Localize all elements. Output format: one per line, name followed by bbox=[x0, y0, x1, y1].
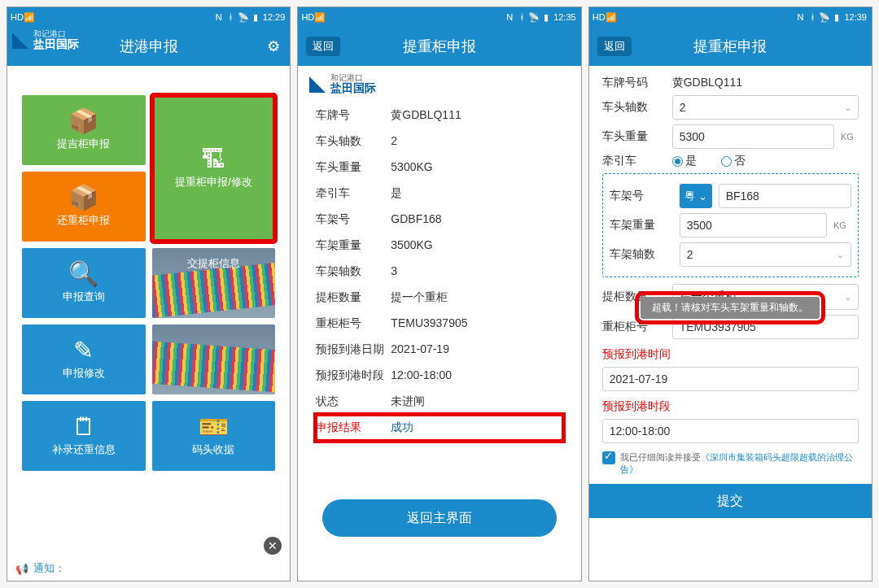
back-button[interactable]: 返回 bbox=[597, 37, 632, 56]
bluetooth-icon: ᚼ bbox=[226, 12, 236, 22]
tile-label: 申报查询 bbox=[63, 290, 105, 304]
page-title: 提重柜申报 bbox=[693, 37, 767, 56]
value: 3500KG bbox=[391, 238, 562, 253]
box-up-icon: 📦 bbox=[68, 109, 98, 133]
logo-text: 盐田国际 bbox=[33, 38, 79, 50]
tile-label: 补录还重信息 bbox=[52, 442, 116, 457]
value: 12:00-18:00 bbox=[391, 368, 562, 383]
logo-strip: 和记港口 盐田国际 bbox=[298, 66, 580, 99]
value: GDBF168 bbox=[391, 212, 562, 227]
chevron-down-icon: ⌄ bbox=[844, 102, 851, 113]
label: 车头轴数 bbox=[602, 100, 666, 115]
label: 车头重量 bbox=[602, 129, 666, 144]
label: 提柜数量 bbox=[316, 290, 391, 305]
logo-text: 盐田国际 bbox=[330, 82, 376, 94]
tile-huanzhonggui[interactable]: 📦 还重柜申报 bbox=[22, 172, 146, 242]
value: 未进闸 bbox=[391, 394, 562, 409]
tile-tijigui[interactable]: 📦 提吉柜申报 bbox=[22, 95, 146, 165]
titlebar: 返回 提重柜申报 bbox=[589, 27, 872, 66]
chevron-down-icon: ⌄ bbox=[698, 190, 707, 203]
label: 车架轴数 bbox=[316, 264, 391, 279]
unit: KG bbox=[833, 220, 851, 230]
wifi-icon: 📡 bbox=[238, 12, 248, 22]
edit-icon: ✎ bbox=[73, 338, 94, 363]
submit-button[interactable]: 提交 bbox=[589, 484, 872, 518]
radio-yes[interactable]: 是 bbox=[672, 154, 697, 168]
result-label: 申报结果 bbox=[316, 420, 391, 435]
eta-slot-input[interactable]: 12:00-18:00 bbox=[602, 419, 859, 443]
tile-matoushouju[interactable]: 🎫 码头收据 bbox=[152, 401, 276, 471]
home-button[interactable]: 返回主界面 bbox=[322, 499, 556, 537]
label: 重柜柜号 bbox=[316, 316, 391, 331]
axles-select[interactable]: 2⌄ bbox=[672, 95, 859, 120]
logo-icon bbox=[309, 76, 326, 93]
chassisax-select[interactable]: 2⌄ bbox=[680, 242, 851, 267]
battery-icon: ▮ bbox=[541, 12, 551, 22]
screen-detail: HD📶 Nᚼ📡▮12:35 返回 提重柜申报 和记港口 盐田国际 车牌号黄GDB… bbox=[297, 7, 581, 581]
chassiswt-input[interactable]: 3500 bbox=[680, 213, 827, 237]
tile-bulu[interactable]: 🗒 补录还重信息 bbox=[22, 401, 146, 471]
headwt-input[interactable]: 5300 bbox=[672, 124, 834, 149]
value: TEMU3937905 bbox=[391, 316, 562, 331]
tile-tizhonggui[interactable]: 🏗 提重柜申报/修改 bbox=[152, 95, 276, 242]
label: 车头轴数 bbox=[316, 134, 391, 149]
value: 3 bbox=[391, 264, 562, 279]
label: 车架重量 bbox=[316, 238, 391, 253]
nfc-icon: N bbox=[214, 12, 224, 22]
logo-icon bbox=[12, 33, 28, 49]
bluetooth-icon: ᚼ bbox=[517, 12, 527, 22]
value: 2 bbox=[680, 101, 686, 114]
value: 提一个重柜 bbox=[391, 290, 562, 305]
search-icon: 🔍 bbox=[68, 262, 98, 286]
label: 预报到港时段 bbox=[316, 368, 391, 383]
notify-label: 通知： bbox=[33, 561, 65, 576]
tile-label: 申报修改 bbox=[63, 366, 105, 381]
label: 牵引车 bbox=[602, 154, 666, 168]
tile-label: 码头收据 bbox=[192, 442, 234, 457]
tile-label: 交提柜信息 bbox=[152, 256, 276, 271]
tile-modify[interactable]: ✎ 申报修改 bbox=[22, 324, 146, 394]
tile-info[interactable]: 交提柜信息 bbox=[152, 248, 276, 318]
close-icon[interactable]: ✕ bbox=[264, 537, 282, 555]
value: 2021-07-19 bbox=[610, 372, 668, 385]
container-icon: 🏗 bbox=[201, 147, 225, 172]
value: 粤 bbox=[684, 189, 695, 203]
screen-home: HD 📶 N ᚼ 📡 ▮ 12:29 和记港口 盐田国际 进港申报 ⚙ bbox=[7, 7, 291, 581]
chassis-group: 车架号 粤⌄ BF168 车架重量 3500 KG 车架轴数 2⌄ bbox=[602, 173, 859, 277]
gear-icon[interactable]: ⚙ bbox=[267, 37, 280, 55]
province-select[interactable]: 粤⌄ bbox=[680, 184, 712, 208]
nfc-icon: N bbox=[505, 12, 514, 22]
value: TEMU3937905 bbox=[680, 320, 756, 333]
hd-icon: HD bbox=[303, 12, 313, 22]
value: 黄GDBLQ111 bbox=[391, 108, 562, 123]
label: 预报到港日期 bbox=[316, 342, 391, 357]
overload-toast: 超载！请核对车头车架重量和轴数。 bbox=[641, 297, 820, 319]
bluetooth-icon: ᚼ bbox=[807, 12, 817, 22]
consent-checkbox[interactable] bbox=[602, 451, 615, 464]
tile-receipt-photo[interactable] bbox=[152, 324, 276, 394]
chassis-input[interactable]: BF168 bbox=[719, 184, 851, 208]
tile-label: 还重柜申报 bbox=[57, 213, 110, 228]
eta-slot-header: 预报到港时段 bbox=[602, 399, 859, 414]
eta-date-input[interactable]: 2021-07-19 bbox=[602, 367, 859, 391]
eta-date-header: 预报到港时间 bbox=[602, 347, 859, 362]
signal-icon: 📶 bbox=[24, 12, 34, 22]
back-button[interactable]: 返回 bbox=[306, 37, 340, 56]
value: 12:00-18:00 bbox=[610, 425, 671, 438]
hd-icon: HD bbox=[12, 12, 22, 22]
radio-no[interactable]: 否 bbox=[721, 154, 746, 168]
status-bar: HD📶 Nᚼ📡▮12:39 bbox=[589, 7, 872, 27]
chevron-down-icon: ⌄ bbox=[837, 250, 844, 260]
home-grid: 📦 提吉柜申报 🏗 提重柜申报/修改 📦 还重柜申报 🔍 申报查询 交提柜信息 … bbox=[7, 66, 290, 479]
clock: 12:29 bbox=[263, 12, 286, 22]
form: 车牌号码黄GDBLQ111 车头轴数 2⌄ 车头重量 5300 KG 牵引车 是… bbox=[589, 66, 872, 518]
unit: KG bbox=[841, 132, 859, 142]
label: 车架号 bbox=[316, 212, 391, 227]
hd-icon: HD bbox=[594, 12, 604, 22]
battery-icon: ▮ bbox=[832, 12, 842, 22]
value: 2 bbox=[391, 134, 562, 149]
consent-row: 我已仔细阅读并接受《深圳市集装箱码头超限超载的治理公告》 bbox=[602, 451, 859, 476]
result-value: 成功 bbox=[391, 420, 413, 435]
value: 2 bbox=[687, 248, 693, 261]
tile-query[interactable]: 🔍 申报查询 bbox=[22, 248, 146, 318]
